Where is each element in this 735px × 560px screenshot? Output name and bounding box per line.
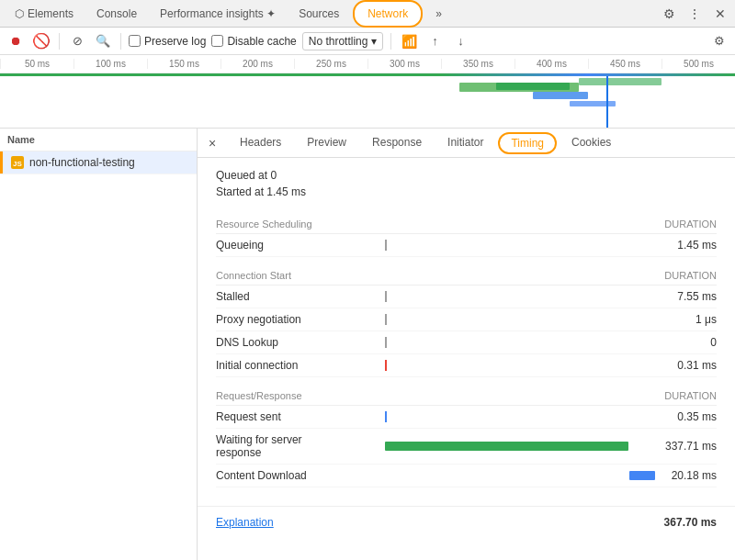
tab-elements[interactable]: ⬡ Elements: [4, 0, 85, 28]
disable-cache-label: Disable cache: [227, 35, 296, 48]
tick-300: 300 ms: [368, 59, 441, 69]
tick-50: 50 ms: [0, 59, 74, 69]
wifi-icon[interactable]: 📶: [399, 31, 419, 51]
tab-bar-actions: ⚙ ⋮ ✕: [658, 3, 731, 25]
tick-100: 100 ms: [74, 59, 147, 69]
close-devtools-button[interactable]: ✕: [709, 3, 731, 25]
section-request-title: Request/Response: [216, 390, 302, 401]
section-resource-header: Resource Scheduling DURATION: [216, 213, 717, 234]
waterfall-line: [606, 73, 608, 129]
tab-perf[interactable]: Performance insights ✦: [149, 0, 288, 28]
waiting-bar-fill: [385, 442, 628, 451]
search-button[interactable]: 🔍: [93, 31, 113, 51]
row-dns-bar: [381, 338, 634, 347]
section-resource-title: Resource Scheduling: [216, 218, 312, 230]
preserve-log-checkbox[interactable]: Preserve log: [129, 35, 206, 48]
waterfall-bar-5: [570, 101, 616, 106]
svg-text:JS: JS: [13, 160, 22, 168]
tab-headers[interactable]: Headers: [227, 129, 294, 158]
timeline-ruler: 50 ms 100 ms 150 ms 200 ms 250 ms 300 ms…: [0, 55, 735, 73]
queueing-bar-indicator: [385, 240, 387, 251]
file-list-header: Name: [0, 129, 197, 151]
section-connection-header: Connection Start DURATION: [216, 264, 717, 286]
row-proxy: Proxy negotiation 1 μs: [216, 308, 717, 331]
upload-button[interactable]: ↑: [424, 31, 445, 51]
row-queueing-bar: [381, 241, 634, 250]
stalled-bar-indicator: [385, 291, 387, 302]
network-toolbar: ⏺ 🚫 ⊘ 🔍 Preserve log Disable cache No th…: [0, 28, 735, 55]
separator-1: [59, 33, 60, 50]
preserve-log-label: Preserve log: [144, 35, 206, 48]
total-duration-value: 367.70 ms: [664, 516, 717, 529]
tab-more[interactable]: »: [424, 0, 454, 28]
timing-meta: Queued at 0 Started at 1.45 ms: [216, 169, 717, 198]
section-resource-scheduling: Resource Scheduling DURATION Queueing 1.…: [216, 213, 717, 257]
row-proxy-name: Proxy negotiation: [216, 313, 381, 326]
row-dns-name: DNS Lookup: [216, 336, 381, 349]
row-stalled-name: Stalled: [216, 290, 381, 303]
content-download-bar-fill: [629, 471, 655, 480]
timing-footer: Explanation 367.70 ms: [198, 506, 735, 538]
toolbar-settings-button[interactable]: ⚙: [709, 31, 729, 51]
chevron-down-icon: ▾: [371, 35, 377, 48]
tab-sources-label: Sources: [299, 7, 339, 20]
tick-450: 450 ms: [588, 59, 662, 69]
filter-button[interactable]: ⊘: [67, 31, 87, 51]
row-content-download: Content Download 20.18 ms: [216, 465, 717, 487]
section-resource-duration-label: DURATION: [664, 218, 717, 230]
waterfall-bar-4: [579, 78, 662, 85]
row-content-download-bar: [381, 471, 655, 480]
download-button[interactable]: ↓: [450, 31, 470, 51]
row-proxy-bar: [381, 315, 634, 324]
separator-2: [120, 33, 121, 50]
tab-network[interactable]: Network: [353, 0, 423, 28]
row-stalled-bar: [381, 292, 634, 301]
section-connection-duration-label: DURATION: [664, 270, 717, 281]
timing-content: Queued at 0 Started at 1.45 ms Resource …: [198, 158, 735, 506]
row-initial-connection-value: 0.31 ms: [634, 359, 717, 372]
row-proxy-value: 1 μs: [634, 313, 717, 326]
row-queueing: Queueing 1.45 ms: [216, 234, 717, 257]
more-tabs-icon: »: [435, 7, 442, 20]
settings-button[interactable]: ⚙: [658, 3, 680, 25]
tab-response[interactable]: Response: [359, 129, 435, 158]
clear-button[interactable]: 🚫: [31, 31, 51, 51]
tick-350: 350 ms: [441, 59, 514, 69]
file-name-0: non-functional-testing: [29, 156, 135, 169]
tab-console-label: Console: [96, 7, 137, 20]
request-sent-bar-indicator: [385, 411, 387, 422]
row-queueing-name: Queueing: [216, 239, 381, 252]
file-icon-js: JS: [11, 156, 24, 169]
tab-console[interactable]: Console: [85, 0, 149, 28]
tab-timing[interactable]: Timing: [498, 132, 557, 154]
main-content: Name JS non-functional-testing × Headers…: [0, 129, 735, 560]
file-item-0[interactable]: JS non-functional-testing: [0, 151, 197, 174]
row-dns-value: 0: [634, 336, 717, 349]
row-request-sent-value: 0.35 ms: [634, 410, 717, 423]
row-waiting-bar: [381, 442, 634, 451]
throttle-select[interactable]: No throttling ▾: [302, 32, 384, 50]
waterfall-bar-2: [496, 83, 570, 90]
throttle-label: No throttling: [309, 35, 368, 48]
timeline-waterfall: [0, 73, 735, 129]
tab-preview[interactable]: Preview: [294, 129, 359, 158]
tick-150: 150 ms: [147, 59, 220, 69]
tick-500: 500 ms: [662, 59, 735, 69]
disable-cache-input[interactable]: [211, 35, 223, 47]
explanation-link[interactable]: Explanation: [216, 516, 274, 529]
close-detail-button[interactable]: ×: [201, 132, 223, 154]
tab-sources[interactable]: Sources: [288, 0, 351, 28]
record-button[interactable]: ⏺: [6, 31, 26, 51]
more-options-button[interactable]: ⋮: [684, 3, 706, 25]
dns-bar-indicator: [385, 337, 387, 348]
row-request-sent-name: Request sent: [216, 410, 381, 423]
tab-cookies[interactable]: Cookies: [559, 129, 624, 158]
detail-panel: × Headers Preview Response Initiator Tim…: [198, 129, 735, 560]
preserve-log-input[interactable]: [129, 35, 141, 47]
row-initial-connection-name: Initial connection: [216, 359, 381, 372]
tab-initiator[interactable]: Initiator: [435, 129, 496, 158]
tab-elements-label: Elements: [28, 7, 74, 20]
row-content-download-name: Content Download: [216, 469, 381, 482]
row-stalled: Stalled 7.55 ms: [216, 286, 717, 308]
disable-cache-checkbox[interactable]: Disable cache: [211, 35, 296, 48]
